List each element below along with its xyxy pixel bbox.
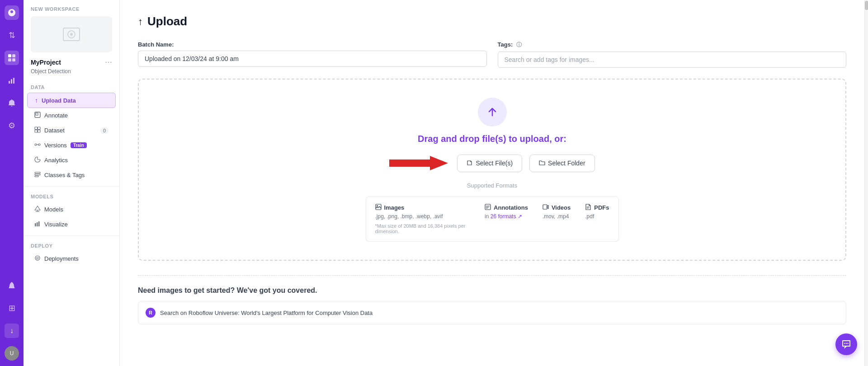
drop-zone[interactable]: Drag and drop file(s) to upload, or: Sel… xyxy=(138,79,846,261)
section-divider xyxy=(138,275,846,276)
svg-rect-6 xyxy=(13,78,14,84)
format-videos: Videos .mov, .mp4 xyxy=(542,204,571,234)
format-pdfs-icon xyxy=(585,204,591,211)
svg-rect-15 xyxy=(38,130,41,133)
format-videos-sub: .mov, .mp4 xyxy=(542,213,571,220)
sidebar: New Workspace MyProject ⋯ Object Detecti… xyxy=(24,0,120,366)
chat-bubble[interactable] xyxy=(835,333,857,355)
classes-icon xyxy=(34,171,41,179)
format-images-title: Images xyxy=(375,204,471,211)
format-videos-title: Videos xyxy=(542,204,571,211)
scrollbar-thumb[interactable] xyxy=(865,1,868,10)
rocket-icon[interactable] xyxy=(5,278,19,293)
format-annotations: Annotations in 26 formats ↗ xyxy=(485,204,528,234)
universe-text: Search on Roboflow Universe: World's Lar… xyxy=(160,310,373,316)
select-folder-icon xyxy=(539,160,545,167)
avatar[interactable]: U xyxy=(5,346,19,361)
dataset-icon xyxy=(34,127,41,134)
svg-rect-11 xyxy=(36,113,38,115)
select-files-icon xyxy=(467,160,473,167)
analytics-label: Analytics xyxy=(44,157,68,164)
roboflow-universe-logo: R xyxy=(146,308,156,318)
svg-rect-19 xyxy=(35,174,40,175)
batch-name-input[interactable] xyxy=(138,51,487,67)
format-pdfs: PDFs .pdf xyxy=(585,204,609,234)
universe-row[interactable]: R Search on Roboflow Universe: World's L… xyxy=(138,301,846,324)
format-pdfs-sub: .pdf xyxy=(585,213,609,220)
sidebar-item-models[interactable]: Models xyxy=(27,202,116,217)
sidebar-item-analytics[interactable]: Analytics xyxy=(27,153,116,168)
bell-icon[interactable] xyxy=(5,96,19,110)
svg-point-9 xyxy=(70,33,73,36)
project-type: Object Detection xyxy=(24,68,119,81)
page-title-row: ↑ Upload xyxy=(138,14,846,28)
chart-icon[interactable] xyxy=(5,73,19,88)
sidebar-item-annotate[interactable]: Annotate xyxy=(27,108,116,123)
upload-title-icon: ↑ xyxy=(138,16,143,28)
workspace-label: New Workspace xyxy=(24,0,119,16)
tags-group: Tags: ⓘ xyxy=(498,41,847,68)
svg-rect-3 xyxy=(12,58,15,61)
models-label: Models xyxy=(44,206,63,213)
format-annotations-title: Annotations xyxy=(485,204,528,211)
svg-point-31 xyxy=(377,205,378,206)
svg-rect-1 xyxy=(12,54,15,57)
scrollbar-right xyxy=(864,0,868,366)
download-icon[interactable]: ↓ xyxy=(5,324,19,338)
classes-tags-label: Classes & Tags xyxy=(44,172,85,178)
svg-point-27 xyxy=(35,256,40,260)
logo-icon[interactable] xyxy=(5,5,19,20)
sidebar-item-deployments[interactable]: Deployments xyxy=(27,251,116,266)
project-name: MyProject xyxy=(31,59,61,66)
format-annotations-sub: in 26 formats ↗ xyxy=(485,213,528,220)
formats-box: Images .jpg, .png, .bmp, .webp, .avif *M… xyxy=(366,196,619,242)
layers-icon[interactable]: ⊞ xyxy=(5,301,19,315)
upload-icon: ↑ xyxy=(35,97,38,104)
svg-point-34 xyxy=(844,343,845,344)
project-kebab-menu[interactable]: ⋯ xyxy=(105,58,112,66)
select-files-label: Select File(s) xyxy=(476,160,513,167)
upload-circle-icon xyxy=(478,98,507,127)
svg-rect-30 xyxy=(376,204,381,210)
sidebar-item-versions[interactable]: Versions Train xyxy=(27,138,116,153)
dataset-label: Dataset xyxy=(44,127,65,134)
sidebar-item-classes-tags[interactable]: Classes & Tags xyxy=(27,168,116,183)
select-files-button[interactable]: Select File(s) xyxy=(457,155,522,172)
format-images: Images .jpg, .png, .bmp, .webp, .avif *M… xyxy=(375,204,471,234)
svg-marker-21 xyxy=(35,206,40,210)
format-max-size-note: *Max size of 20MB and 16,384 pixels per … xyxy=(375,223,471,234)
svg-marker-29 xyxy=(389,156,448,170)
svg-rect-0 xyxy=(8,54,11,57)
sidebar-item-dataset[interactable]: Dataset 0 xyxy=(27,123,116,138)
divider-deploy xyxy=(24,235,119,236)
svg-point-17 xyxy=(38,144,40,145)
tags-help-icon[interactable]: ⓘ xyxy=(516,42,522,48)
svg-rect-14 xyxy=(35,130,38,133)
visualize-icon xyxy=(34,221,41,228)
transfer-icon[interactable]: ⇅ xyxy=(5,28,19,42)
svg-rect-26 xyxy=(38,221,40,226)
project-info: MyProject ⋯ xyxy=(24,58,119,68)
svg-point-28 xyxy=(37,257,38,259)
annotations-formats-link[interactable]: 26 formats ↗ xyxy=(491,213,522,220)
deploy-section-label: Deploy xyxy=(24,239,119,251)
gear-icon[interactable]: ⚙ xyxy=(5,118,19,133)
svg-rect-24 xyxy=(35,223,36,226)
workspace-icon[interactable] xyxy=(5,51,19,65)
tags-input[interactable] xyxy=(498,52,847,68)
versions-badge: Train xyxy=(71,142,87,148)
icon-bar: ⇅ ⚙ ⊞ ↓ U xyxy=(0,0,24,366)
form-row: Batch Name: Tags: ⓘ xyxy=(138,41,846,68)
sidebar-item-upload-data[interactable]: ↑ Upload Data xyxy=(27,93,116,108)
format-images-icon xyxy=(375,204,382,211)
svg-point-35 xyxy=(846,343,847,344)
svg-rect-18 xyxy=(35,172,40,174)
select-folder-button[interactable]: Select Folder xyxy=(529,155,594,172)
sidebar-item-visualize[interactable]: Visualize xyxy=(27,217,116,232)
batch-name-group: Batch Name: xyxy=(138,41,487,68)
batch-name-label: Batch Name: xyxy=(138,41,487,48)
svg-rect-4 xyxy=(9,81,10,84)
svg-point-16 xyxy=(35,144,37,145)
annotate-label: Annotate xyxy=(44,112,68,119)
deployments-label: Deployments xyxy=(44,255,79,262)
